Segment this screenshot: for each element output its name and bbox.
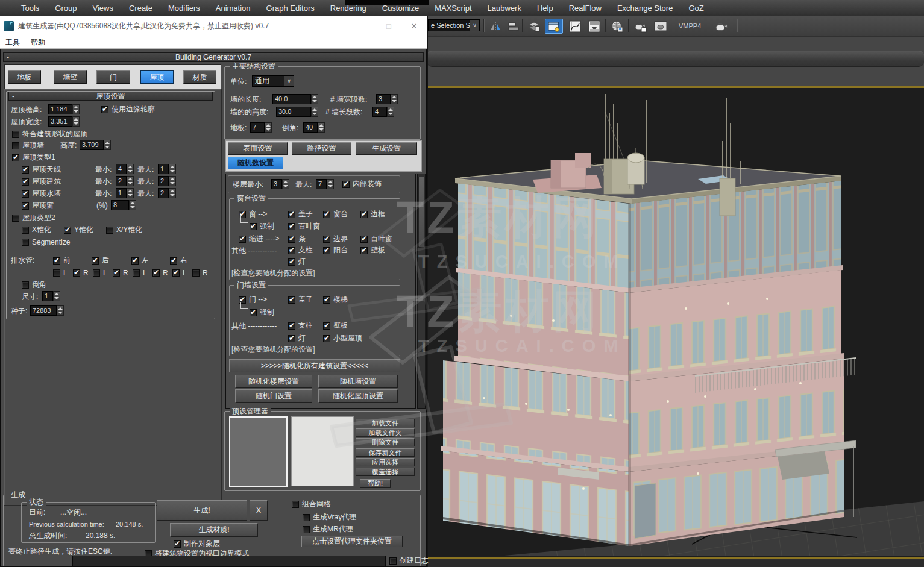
layer-manager-icon[interactable] bbox=[526, 19, 542, 34]
roof-window-checkbox[interactable]: 屋顶窗 bbox=[22, 201, 54, 210]
door-force-checkbox[interactable]: 强制 bbox=[250, 308, 274, 317]
wall-width-segs-spinner[interactable]: 3 bbox=[376, 94, 398, 104]
vray-proxy-checkbox[interactable]: 生成Vray代理 bbox=[303, 513, 356, 522]
use-edge-profile-checkbox[interactable]: 使用边缘轮廓 bbox=[101, 105, 155, 114]
sill-force-checkbox[interactable]: 强制 bbox=[250, 222, 274, 231]
interior-decor-checkbox[interactable]: 内部装饰 bbox=[342, 180, 382, 189]
door-cap-checkbox[interactable]: 盖子 bbox=[288, 295, 313, 304]
render-setup-icon[interactable] bbox=[609, 19, 626, 34]
randomize-all-button[interactable]: >>>>>随机化所有建筑设置<<<<< bbox=[229, 359, 400, 372]
sill-frame-checkbox[interactable]: 边框 bbox=[360, 210, 385, 219]
wall-length-spinner[interactable]: 40.0 bbox=[272, 94, 318, 104]
roof-settings-header[interactable]: 屋顶设置 bbox=[8, 92, 213, 101]
generate-button[interactable]: 生成! bbox=[157, 500, 247, 521]
tab-floor[interactable]: 地板 bbox=[8, 70, 41, 84]
tab-wall[interactable]: 墙壁 bbox=[54, 70, 87, 84]
roof-eave-spinner[interactable]: 1.184 bbox=[48, 104, 80, 114]
randomize-doors-button[interactable]: 随机门设置 bbox=[235, 389, 312, 403]
toggle-scene-explorer-icon[interactable] bbox=[545, 19, 563, 34]
delete-file-button[interactable]: 删除文件 bbox=[356, 438, 415, 446]
menu-realflow[interactable]: RealFlow bbox=[561, 4, 609, 13]
watertower-min-spinner[interactable]: 1 bbox=[116, 188, 134, 198]
building-max-spinner[interactable]: 2 bbox=[158, 176, 176, 186]
menu-goz[interactable]: GoZ bbox=[680, 4, 711, 13]
dialog-menu-help[interactable]: 帮助 bbox=[25, 37, 51, 48]
maximize-button[interactable]: □ bbox=[376, 22, 401, 31]
menu-tools[interactable]: Tools bbox=[13, 4, 47, 13]
generate-material-button[interactable]: 生成材质! bbox=[170, 523, 258, 537]
randomize-floors-button[interactable]: 随机化楼层设置 bbox=[235, 375, 312, 388]
door-post-checkbox[interactable]: 支柱 bbox=[288, 321, 313, 330]
door-panel-checkbox[interactable]: 壁板 bbox=[323, 321, 348, 330]
close-button[interactable]: ✕ bbox=[401, 22, 427, 31]
building-min-spinner[interactable]: 2 bbox=[116, 176, 134, 186]
sill-blind2-checkbox[interactable]: 百叶窗 bbox=[360, 234, 392, 243]
make-object-layer-checkbox[interactable]: 制作对象层 bbox=[174, 539, 220, 548]
dialog-title-bar[interactable]: 建筑生成器(由QQ703856088汉化共享,此汉化为免费共享，禁止盗用收费) … bbox=[0, 16, 427, 36]
rendered-frame-window-icon[interactable] bbox=[632, 19, 649, 34]
unit-dropdown[interactable]: 通用 ∨ bbox=[252, 75, 294, 87]
menu-create[interactable]: Create bbox=[121, 4, 160, 13]
tab-door[interactable]: 门 bbox=[96, 70, 130, 84]
tab-material[interactable]: 材质 bbox=[183, 70, 216, 84]
align-icon[interactable] bbox=[505, 19, 522, 34]
bevel-checkbox[interactable]: 倒角 bbox=[22, 280, 46, 289]
create-log-checkbox[interactable]: 创建日志 bbox=[389, 556, 429, 565]
seed-spinner[interactable]: 72883 bbox=[30, 305, 64, 316]
apply-selection-button[interactable]: 应用选择 bbox=[356, 458, 415, 466]
log-path-input[interactable] bbox=[72, 556, 386, 567]
roof-wall-height-spinner[interactable]: 3.709 bbox=[80, 140, 111, 150]
size-spinner[interactable]: 1 bbox=[42, 291, 60, 301]
subpanel-scrollbar[interactable] bbox=[417, 174, 426, 409]
combine-mesh-checkbox[interactable]: 组合网格 bbox=[292, 500, 331, 509]
roof-building-checkbox[interactable]: 屋顶建筑 bbox=[22, 177, 61, 186]
drain-front-checkbox[interactable]: 前 bbox=[53, 256, 71, 265]
door-lamp-checkbox[interactable]: 灯 bbox=[288, 334, 306, 343]
menu-animation[interactable]: Animation bbox=[208, 4, 259, 13]
sill-indent-checkbox[interactable]: 缩进 ----> bbox=[239, 234, 279, 243]
drain-lr-checkbox[interactable]: R bbox=[73, 268, 89, 277]
taper-x-checkbox[interactable]: X锥化 bbox=[22, 225, 51, 234]
viewport-3d-canvas[interactable] bbox=[427, 88, 924, 558]
roof-wall-checkbox[interactable]: 屋顶墙 bbox=[12, 141, 44, 150]
roof-type1-checkbox[interactable]: 屋顶类型1 bbox=[12, 153, 55, 162]
sill-bar-checkbox[interactable]: 条 bbox=[288, 234, 306, 243]
dropdown-arrow-icon[interactable]: ∨ bbox=[470, 20, 479, 31]
random-settings-button[interactable]: 随机数设置 bbox=[228, 157, 283, 169]
overwrite-selection-button[interactable]: 覆盖选择 bbox=[356, 468, 415, 476]
save-new-file-button[interactable]: 保存新文件 bbox=[356, 448, 415, 457]
menu-modifiers[interactable]: Modifiers bbox=[160, 4, 208, 13]
drain-lr-checkbox[interactable]: R bbox=[192, 268, 208, 277]
drain-lr-checkbox[interactable]: R bbox=[113, 268, 128, 277]
dialog-menu-tools[interactable]: 工具 bbox=[0, 37, 25, 48]
drain-lr-checkbox[interactable]: L bbox=[53, 268, 68, 277]
watertower-max-spinner[interactable]: 2 bbox=[158, 188, 176, 198]
randomize-roof-button[interactable]: 随机化屋顶设置 bbox=[318, 389, 398, 403]
menu-help[interactable]: Help bbox=[529, 4, 561, 13]
sill-sill-checkbox[interactable]: 窗台 bbox=[323, 210, 348, 219]
quick-render-teapot-icon[interactable] bbox=[712, 19, 729, 34]
menu-group[interactable]: Group bbox=[47, 4, 84, 13]
floors-min-spinner[interactable]: 3 bbox=[271, 179, 289, 189]
curve-editor-icon[interactable] bbox=[567, 19, 583, 34]
randomize-walls-button[interactable]: 随机墙设置 bbox=[318, 375, 398, 388]
drain-right-checkbox[interactable]: 右 bbox=[170, 256, 187, 265]
mr-proxy-checkbox[interactable]: 生成MR代理 bbox=[303, 525, 353, 534]
taper-xy-checkbox[interactable]: X/Y锥化 bbox=[106, 225, 142, 234]
roof-antenna-checkbox[interactable]: 屋顶天线 bbox=[22, 165, 61, 174]
menu-views[interactable]: Views bbox=[85, 4, 121, 13]
roof-type2-checkbox[interactable]: 屋顶类型2 bbox=[12, 213, 55, 222]
generate-settings-button[interactable]: 生成设置 bbox=[356, 142, 417, 155]
roof-width-spinner[interactable]: 3.351 bbox=[48, 116, 80, 127]
wall-length-segs-spinner[interactable]: 4 bbox=[372, 107, 394, 117]
menu-maxscript[interactable]: MAXScript bbox=[427, 4, 479, 13]
minimize-button[interactable]: — bbox=[351, 22, 376, 31]
ribbon-collapsed[interactable] bbox=[427, 51, 924, 67]
mirror-icon[interactable] bbox=[487, 19, 504, 34]
tab-roof[interactable]: 屋顶 bbox=[140, 70, 174, 84]
door-stair-checkbox[interactable]: 楼梯 bbox=[323, 295, 348, 304]
proxy-folder-button[interactable]: 点击设置代理文件夹位置 bbox=[301, 536, 403, 547]
schematic-view-icon[interactable] bbox=[586, 19, 603, 34]
segmentize-checkbox[interactable]: Segmentize bbox=[22, 237, 70, 246]
load-file-button[interactable]: 加载文件 bbox=[356, 419, 415, 427]
